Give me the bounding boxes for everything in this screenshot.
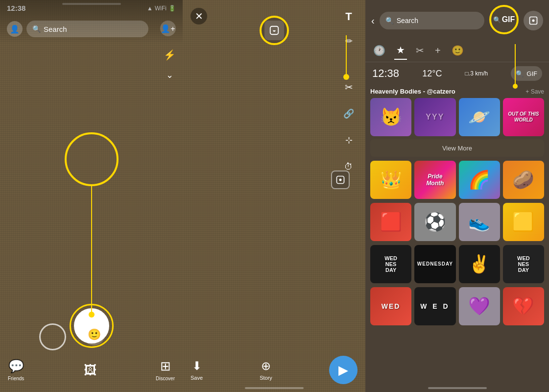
save-icon: ⬇ [192, 359, 202, 373]
scissors-icon: ✂ [416, 45, 424, 56]
view-more-button[interactable]: View More [370, 139, 544, 157]
sticker-yyy[interactable]: YYY [414, 98, 455, 136]
wed-text-2: WEDNESDAY [415, 259, 455, 269]
link-tool[interactable]: 🔗 [340, 105, 358, 122]
sticker-wed-2[interactable]: WEDNESDAY [414, 245, 455, 283]
info-time: 12:38 [372, 67, 399, 80]
gif-home-indicator [428, 387, 487, 389]
tab-recent[interactable]: 🕐 [371, 42, 387, 59]
expand-tool[interactable]: ⌄ [166, 70, 173, 80]
sticker-row-pride: 👑 PrideMonth 🌈 🥔 [370, 161, 544, 199]
red-card-emoji: 🟥 [380, 212, 402, 232]
gif-badge-label: GIF [502, 15, 515, 24]
flash-tool[interactable]: ⚡ [164, 49, 176, 61]
gif-search-icon: 🔍 [516, 70, 524, 77]
sticker-heart-purple[interactable]: 💜 [459, 287, 500, 325]
yellow-card-emoji: 🟨 [512, 212, 534, 232]
editor-connector [346, 35, 347, 74]
sticker-pride-month[interactable]: PrideMonth [414, 161, 455, 199]
sticker-panel-button[interactable] [260, 16, 289, 45]
gif-info-bar: 12:38 12°C □.3 km/h 🔍 GIF [365, 62, 549, 85]
save-button[interactable]: ⬇ Save [191, 359, 203, 381]
tab-scissors[interactable]: ✂ [414, 42, 426, 59]
tab-starred[interactable]: ★ [394, 41, 407, 60]
gif-tabs: 🕐 ★ ✂ + 🙂 [365, 39, 549, 62]
sticker-row-sports: 🟥 ⚽ 👟 🟨 [370, 203, 544, 241]
emoji-icon: 🙂 [88, 328, 101, 341]
pride-section: 👑 PrideMonth 🌈 🥔 [370, 161, 544, 199]
clock-icon: 🕐 [373, 45, 385, 56]
gif-badge-button[interactable]: 🔍 GIF [489, 5, 519, 34]
avatar-icon: 👤 [10, 24, 20, 34]
section-header: Heavenly Bodies - @catzero + Save [370, 88, 544, 95]
avatar[interactable]: 👤 [7, 21, 23, 37]
wednesday-section: WEDNESDAY WEDNESDAY ✌️ WEDNESDAY [370, 245, 544, 283]
sticker-yellow-card[interactable]: 🟨 [503, 203, 544, 241]
camera-panel: 12:38 ▲ WiFi 🔋 👤 🔍 Search 👤+ ⚡ [0, 0, 183, 392]
text-icon: T [345, 10, 352, 23]
back-button[interactable]: ‹ [371, 15, 375, 26]
text-tool[interactable]: T [340, 8, 358, 25]
crop-tool[interactable]: ⊹ [340, 131, 358, 149]
sticker-planet[interactable]: 🪐 [459, 98, 500, 136]
sticker-wed-peace[interactable]: ✌️ [459, 245, 500, 283]
camera-side-tools: ⚡ ⌄ [164, 49, 176, 80]
rainbow-emoji: 🌈 [468, 170, 490, 190]
scissors-tool[interactable]: ✂ [340, 78, 358, 96]
cleats-emoji: 👟 [468, 212, 490, 232]
sticker-wed-3[interactable]: WEDNESDAY [503, 245, 544, 283]
tab-add[interactable]: + [433, 42, 443, 59]
gif-content: Heavenly Bodies - @catzero + Save 😾 YYY … [365, 85, 549, 384]
sticker-monster[interactable]: 😾 [370, 98, 411, 136]
sticker-heart-broken[interactable]: 💔 [503, 287, 544, 325]
emoji-lens-ring[interactable] [39, 323, 66, 350]
editor-panel: ✕ T ✏ [183, 0, 365, 392]
svg-point-4 [532, 20, 535, 22]
memories-icon: 🖼 [84, 363, 96, 378]
oow-text: OUT OF THIS WORLD [503, 109, 544, 125]
story-button[interactable]: ⊕ Story [260, 359, 272, 381]
section-title: Heavenly Bodies - @catzero [370, 88, 455, 95]
potato-emoji: 🥔 [512, 170, 534, 190]
gif-header: ‹ 🔍 Search 🔍 GIF [365, 0, 549, 38]
sticker-cleats[interactable]: 👟 [459, 203, 500, 241]
sticker-out-of-this-world[interactable]: OUT OF THIS WORLD [503, 98, 544, 136]
send-icon: ▶ [338, 363, 348, 378]
send-to-button[interactable]: ▶ [329, 356, 358, 384]
sticker-wed-1[interactable]: WEDNESDAY [370, 245, 411, 283]
camera-search-bar[interactable]: 🔍 Search [26, 21, 148, 37]
sticker-potato[interactable]: 🥔 [503, 161, 544, 199]
editor-home-indicator [245, 387, 304, 389]
sticker-wed-box[interactable]: WED [370, 287, 411, 325]
sticker-connected-button[interactable] [331, 171, 350, 189]
svg-point-2 [339, 179, 342, 181]
sticker-icon [264, 21, 284, 40]
wed-box-text: WED [380, 300, 403, 313]
flash-icon: ⚡ [164, 49, 176, 61]
story-label: Story [260, 375, 272, 381]
search-icon: 🔍 [385, 17, 394, 24]
yyy-text: YYY [424, 110, 446, 123]
gif-search-bar[interactable]: 🔍 Search [380, 12, 484, 29]
add-friend-button[interactable]: 👤+ [160, 21, 176, 36]
memories-nav[interactable]: 🖼 [84, 363, 96, 378]
gif-search-sticker[interactable]: 🔍 GIF [511, 66, 542, 81]
sticker-soccer[interactable]: ⚽ [414, 203, 455, 241]
collection-button[interactable] [524, 11, 543, 30]
soccer-emoji: ⚽ [424, 212, 446, 232]
sticker-wed-letters[interactable]: W E D [414, 287, 455, 325]
sticker-crown[interactable]: 👑 [370, 161, 411, 199]
section-save[interactable]: + Save [525, 88, 544, 95]
sticker-red-card[interactable]: 🟥 [370, 203, 411, 241]
info-temp: 12°C [422, 69, 442, 79]
link-icon: 🔗 [343, 108, 354, 119]
star-icon: ★ [396, 45, 405, 55]
wed-letters-text: W E D [418, 300, 452, 313]
sticker-rainbow[interactable]: 🌈 [459, 161, 500, 199]
emoji-button[interactable]: 🙂 [83, 324, 105, 345]
discover-nav[interactable]: ⊞ Discover [156, 359, 175, 381]
friends-nav[interactable]: 💬 Friends [8, 359, 24, 381]
heart-purple-emoji: 💜 [468, 296, 490, 317]
close-button[interactable]: ✕ [191, 8, 207, 24]
tab-emoji[interactable]: 🙂 [450, 42, 466, 59]
